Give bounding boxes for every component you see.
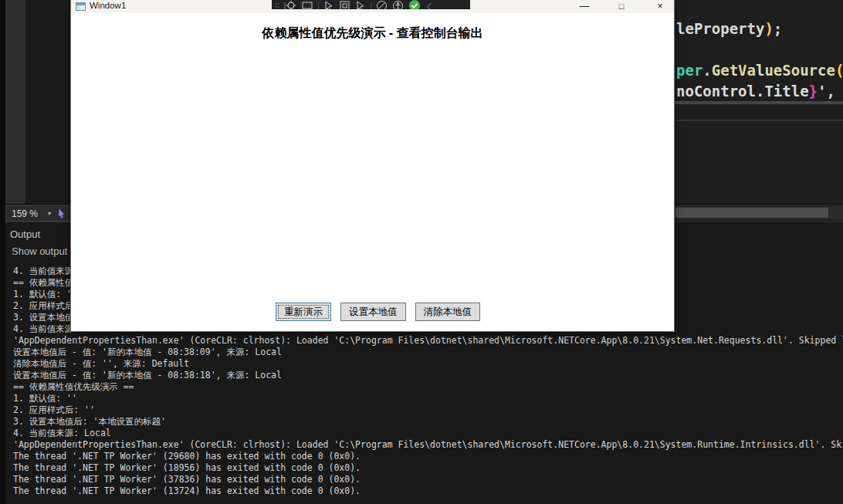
console-line: The thread '.NET TP Worker' (18956) has … [5, 462, 843, 474]
console-line: The thread '.NET TP Worker' (29680) has … [5, 451, 843, 462]
code-line: leProperty); [676, 19, 843, 39]
minimize-button[interactable]: — [574, 0, 594, 13]
console-line: The thread '.NET TP Worker' (13724) has … [5, 485, 843, 497]
selection-disabled-icon[interactable] [376, 0, 388, 9]
pane-splitter[interactable] [675, 120, 843, 121]
console-line: 4. 当前值来源: Local [5, 428, 843, 439]
show-in-xaml-live-preview-icon[interactable] [301, 0, 313, 9]
maximize-button[interactable]: □ [611, 0, 631, 13]
demo-button[interactable]: 设置本地值 [340, 303, 406, 321]
designer-horizontal-scrollbar[interactable] [675, 207, 843, 219]
track-focused-element-icon[interactable] [355, 0, 366, 9]
toolbar-separator [371, 2, 371, 9]
window1: Window1 — □ × 依赖属性值优先级演示 - 查看控制台输出 重新演示设… [70, 0, 675, 332]
designer-pointer-icon[interactable] [56, 208, 67, 219]
console-line: 设置本地值后 - 值: '新的本地值 - 08:38:18', 来源: Loca… [5, 370, 843, 381]
code-editor-area: leProperty);per.GetValueSource(noControl… [675, 0, 843, 203]
console-line: 设置本地值后 - 值: '新的本地值 - 08:38:09', 来源: Loca… [5, 347, 843, 358]
grip-handle-icon[interactable] [275, 1, 279, 9]
editor-horizontal-scrollbar[interactable] [675, 101, 843, 104]
console-line: 清除本地值后 - 值: '', 来源: Default [5, 358, 843, 370]
hot-reload-success-icon[interactable] [408, 0, 421, 9]
code-lines: leProperty);per.GetValueSource(noControl… [676, 19, 843, 102]
console-line: 2. 应用样式后: '' [5, 404, 843, 416]
window-title: Window1 [90, 1, 126, 10]
console-line: == 依赖属性值优先级演示 == [5, 381, 843, 393]
collapse-toolbar-icon[interactable] [425, 1, 432, 9]
code-line [676, 39, 843, 60]
demo-button[interactable]: 重新演示 [276, 303, 331, 321]
code-line: per.GetValueSource( [676, 60, 843, 81]
zoom-level-value[interactable]: 159 % [6, 208, 38, 219]
chevron-down-icon[interactable]: ▾ [48, 210, 51, 217]
enable-selection-icon[interactable] [323, 0, 334, 9]
console-line: 3. 设置本地值后: '本地设置的标题' [5, 416, 843, 428]
demo-heading: 依赖属性值优先级演示 - 查看控制台输出 [71, 25, 674, 42]
console-line: 1. 默认值: '' [5, 393, 843, 404]
screen-left-edge [0, 0, 5, 504]
console-line: The thread '.NET TP Worker' (37836) has … [5, 474, 843, 485]
screen: leProperty);per.GetValueSource(noControl… [0, 0, 843, 504]
zoom-control[interactable]: 159 % ▾ [5, 205, 80, 222]
go-to-live-visual-tree-icon[interactable] [284, 0, 296, 9]
accessibility-checker-icon[interactable] [392, 0, 404, 9]
output-panel-title: Output [10, 228, 40, 240]
console-line: 'AppDependentPropertiesThan.exe' (CoreCL… [5, 439, 843, 451]
close-button[interactable]: × [650, 0, 670, 13]
display-layout-adorners-icon[interactable] [339, 0, 350, 9]
console-line: 'AppDependentPropertiesThan.exe' (CoreCL… [5, 335, 843, 347]
demo-button[interactable]: 清除本地值 [415, 303, 481, 321]
toolbar-separator [318, 2, 319, 9]
debug-inapp-toolbar [272, 0, 470, 9]
designer-vertical-scrollbar[interactable] [5, 0, 25, 204]
code-line: noControl.Title}', [676, 81, 843, 102]
scrollbar-thumb[interactable] [675, 208, 828, 218]
window-app-icon [76, 2, 86, 11]
demo-buttons: 重新演示设置本地值清除本地值 [276, 303, 480, 321]
